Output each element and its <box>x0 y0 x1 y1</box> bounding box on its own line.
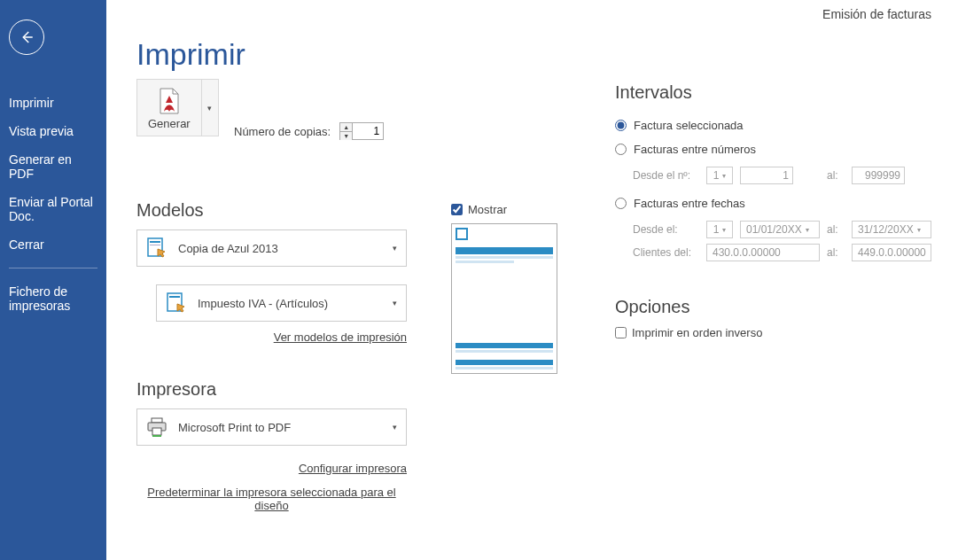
svg-rect-7 <box>152 428 161 435</box>
sidebar-item-vista-previa[interactable]: Vista previa <box>0 117 106 145</box>
configure-printer-link[interactable]: Configurar impresora <box>299 462 407 475</box>
svg-rect-5 <box>152 418 162 423</box>
arrow-left-icon <box>19 29 35 45</box>
options-heading: Opciones <box>615 297 931 317</box>
template-icon <box>145 237 168 260</box>
copies-down[interactable]: ▼ <box>340 132 352 140</box>
client-to-input[interactable]: 449.0.0.00000 <box>852 244 931 261</box>
intervals-heading: Intervalos <box>615 82 931 103</box>
radio-between-numbers[interactable]: Facturas entre números <box>615 143 931 156</box>
copies-label: Número de copias: <box>234 125 331 138</box>
template-icon <box>165 292 188 315</box>
reverse-order-label: Imprimir en orden inverso <box>632 326 762 339</box>
serie-date-combo[interactable]: 1 <box>706 221 733 238</box>
model-selector[interactable]: Copia de Azul 2013 ▾ <box>136 229 407 267</box>
reverse-order-input[interactable] <box>615 327 627 338</box>
al-label-3: al: <box>827 246 845 259</box>
show-preview-checkbox[interactable]: Mostrar <box>451 203 571 216</box>
numbers-subgrid: Desde el nº: 1 1 al: 999999 <box>633 167 931 184</box>
radio-dates-input[interactable] <box>615 198 627 209</box>
radio-numbers-input[interactable] <box>615 144 627 155</box>
preview-thumbnail[interactable] <box>451 223 557 374</box>
sidebar: Imprimir Vista previa Generar en PDF Env… <box>0 0 106 560</box>
copies-input[interactable] <box>353 123 383 139</box>
copies-up[interactable]: ▲ <box>340 123 352 132</box>
pdf-icon <box>155 87 183 117</box>
radio-selected-label: Factura seleccionada <box>634 119 744 132</box>
set-default-printer-link[interactable]: Predeterminar la impresora seleccionada … <box>147 486 395 512</box>
clients-label: Clientes del: <box>633 246 699 259</box>
date-to-combo[interactable]: 31/12/20XX <box>852 221 931 238</box>
view-models-link[interactable]: Ver modelos de impresión <box>274 331 407 344</box>
printer-icon <box>145 416 168 438</box>
date-from-combo[interactable]: 01/01/20XX <box>740 221 820 238</box>
radio-between-dates[interactable]: Facturas entre fechas <box>615 197 931 210</box>
right-column: Intervalos Factura seleccionada Facturas… <box>615 79 931 512</box>
submodel-name: Impuesto IVA - (Artículos) <box>198 297 328 310</box>
show-preview-label: Mostrar <box>468 203 507 216</box>
sidebar-item-cerrar[interactable]: Cerrar <box>0 230 106 259</box>
svg-rect-1 <box>150 241 160 243</box>
dates-subgrid: Desde el: 1 01/01/20XX al: 31/12/20XX Cl… <box>633 221 931 261</box>
radio-numbers-label: Facturas entre números <box>634 143 756 156</box>
sidebar-divider <box>9 268 97 268</box>
printer-name: Microsoft Print to PDF <box>178 421 291 434</box>
page-title: Imprimir <box>136 37 931 72</box>
model-name: Copia de Azul 2013 <box>178 242 278 255</box>
left-column: Generar ▾ Número de copias: ▲ ▼ Modelos <box>136 79 407 512</box>
svg-rect-4 <box>169 296 180 298</box>
svg-rect-2 <box>150 245 160 245</box>
chevron-down-icon: ▾ <box>393 299 397 307</box>
serie-from-combo[interactable]: 1 <box>706 167 733 184</box>
chevron-down-icon: ▾ <box>393 423 397 432</box>
generate-label: Generar <box>148 117 191 130</box>
generate-split-button: Generar ▾ <box>136 79 219 136</box>
submodel-selector[interactable]: Impuesto IVA - (Artículos) ▾ <box>156 284 407 322</box>
back-button[interactable] <box>9 19 44 55</box>
generate-dropdown[interactable]: ▾ <box>202 80 218 136</box>
from-number-label: Desde el nº: <box>633 169 699 182</box>
window-title: Emisión de facturas <box>822 7 931 21</box>
number-from-input[interactable]: 1 <box>740 167 793 184</box>
show-preview-input[interactable] <box>451 204 463 215</box>
sidebar-item-fichero-impresoras[interactable]: Fichero de impresoras <box>0 277 106 320</box>
svg-rect-8 <box>152 435 161 437</box>
copies-spinner: ▲ ▼ <box>339 122 384 140</box>
number-to-input[interactable]: 999999 <box>852 167 905 184</box>
chevron-down-icon: ▾ <box>393 244 397 253</box>
client-from-input[interactable]: 430.0.0.00000 <box>706 244 820 261</box>
main-panel: Emisión de facturas Imprimir Generar ▾ N… <box>106 0 958 560</box>
sidebar-item-enviar-portal[interactable]: Enviar al Portal Doc. <box>0 188 106 230</box>
radio-dates-label: Facturas entre fechas <box>634 197 745 210</box>
preview-column: Mostrar <box>451 203 571 512</box>
generate-button[interactable]: Generar <box>137 80 202 136</box>
from-date-label: Desde el: <box>633 223 699 236</box>
radio-selected-invoice[interactable]: Factura seleccionada <box>615 119 931 132</box>
sidebar-item-generar-pdf[interactable]: Generar en PDF <box>0 145 106 188</box>
radio-selected-input[interactable] <box>615 120 627 131</box>
models-heading: Modelos <box>136 200 407 221</box>
al-label-2: al: <box>827 223 845 236</box>
sidebar-item-imprimir[interactable]: Imprimir <box>0 89 106 117</box>
printer-heading: Impresora <box>136 379 407 400</box>
printer-selector[interactable]: Microsoft Print to PDF ▾ <box>136 408 407 446</box>
reverse-order-checkbox[interactable]: Imprimir en orden inverso <box>615 326 931 339</box>
al-label-1: al: <box>827 169 845 182</box>
